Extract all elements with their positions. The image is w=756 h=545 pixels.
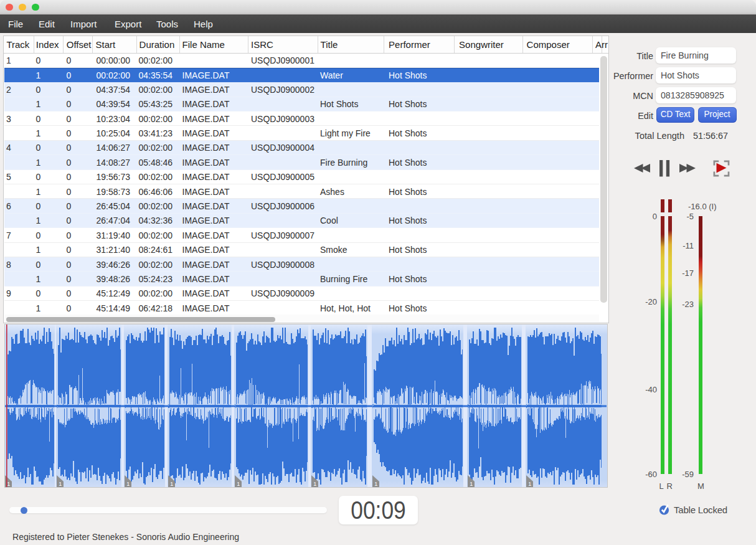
svg-text:1: 1 — [170, 481, 173, 487]
svg-text:1: 1 — [237, 481, 240, 487]
svg-text:1: 1 — [7, 481, 10, 487]
svg-text:1: 1 — [59, 481, 62, 487]
svg-text:1: 1 — [528, 481, 531, 487]
svg-text:1: 1 — [313, 481, 316, 487]
svg-text:1: 1 — [126, 481, 130, 487]
svg-text:1: 1 — [470, 481, 473, 487]
svg-text:1: 1 — [374, 481, 377, 487]
